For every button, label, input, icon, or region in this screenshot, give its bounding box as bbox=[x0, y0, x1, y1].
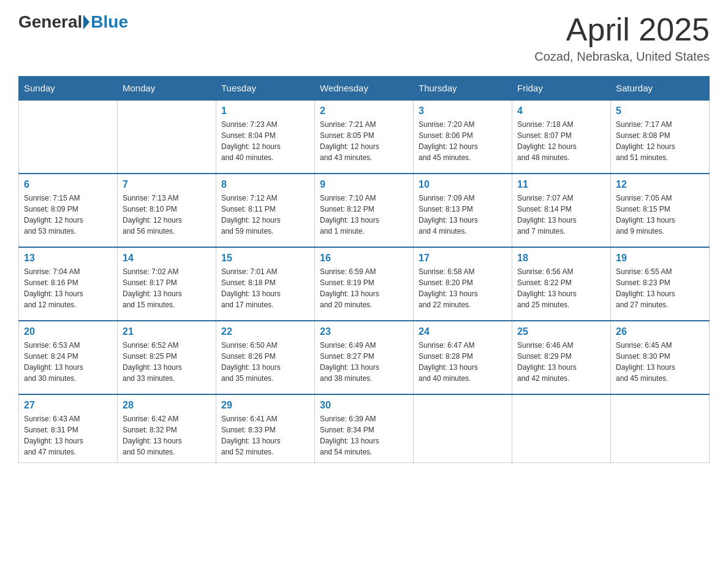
day-detail: Sunrise: 7:04 AM Sunset: 8:16 PM Dayligh… bbox=[24, 266, 112, 310]
day-detail: Sunrise: 7:21 AM Sunset: 8:05 PM Dayligh… bbox=[320, 119, 408, 163]
calendar-header: SundayMondayTuesdayWednesdayThursdayFrid… bbox=[19, 77, 710, 101]
day-number: 18 bbox=[517, 253, 605, 264]
day-detail: Sunrise: 6:55 AM Sunset: 8:23 PM Dayligh… bbox=[616, 266, 704, 310]
day-number: 6 bbox=[24, 179, 112, 190]
day-number: 12 bbox=[616, 179, 704, 190]
calendar-cell: 5Sunrise: 7:17 AM Sunset: 8:08 PM Daylig… bbox=[611, 100, 710, 174]
day-detail: Sunrise: 6:47 AM Sunset: 8:28 PM Dayligh… bbox=[419, 340, 507, 384]
calendar-cell: 11Sunrise: 7:07 AM Sunset: 8:14 PM Dayli… bbox=[512, 174, 611, 247]
calendar-cell: 19Sunrise: 6:55 AM Sunset: 8:23 PM Dayli… bbox=[611, 247, 710, 321]
day-number: 20 bbox=[24, 326, 112, 337]
calendar-body: 1Sunrise: 7:23 AM Sunset: 8:04 PM Daylig… bbox=[19, 100, 710, 463]
day-number: 10 bbox=[419, 179, 507, 190]
day-detail: Sunrise: 6:42 AM Sunset: 8:32 PM Dayligh… bbox=[123, 413, 211, 458]
calendar-cell: 10Sunrise: 7:09 AM Sunset: 8:13 PM Dayli… bbox=[414, 174, 512, 247]
calendar-cell: 13Sunrise: 7:04 AM Sunset: 8:16 PM Dayli… bbox=[19, 247, 118, 321]
column-header-friday: Friday bbox=[512, 77, 611, 101]
day-detail: Sunrise: 6:49 AM Sunset: 8:27 PM Dayligh… bbox=[320, 340, 408, 384]
calendar-cell: 30Sunrise: 6:39 AM Sunset: 8:34 PM Dayli… bbox=[315, 394, 414, 463]
day-detail: Sunrise: 7:15 AM Sunset: 8:09 PM Dayligh… bbox=[24, 193, 112, 237]
day-detail: Sunrise: 7:01 AM Sunset: 8:18 PM Dayligh… bbox=[221, 266, 309, 310]
calendar-cell: 2Sunrise: 7:21 AM Sunset: 8:05 PM Daylig… bbox=[315, 100, 414, 174]
day-number: 11 bbox=[517, 179, 605, 190]
column-header-tuesday: Tuesday bbox=[216, 77, 315, 101]
calendar-cell bbox=[19, 100, 118, 174]
day-detail: Sunrise: 6:46 AM Sunset: 8:29 PM Dayligh… bbox=[517, 340, 605, 384]
day-number: 16 bbox=[320, 253, 408, 264]
calendar-cell: 4Sunrise: 7:18 AM Sunset: 8:07 PM Daylig… bbox=[512, 100, 611, 174]
calendar-cell bbox=[118, 100, 216, 174]
day-number: 4 bbox=[517, 105, 605, 117]
calendar-cell: 6Sunrise: 7:15 AM Sunset: 8:09 PM Daylig… bbox=[19, 174, 118, 247]
calendar-cell: 7Sunrise: 7:13 AM Sunset: 8:10 PM Daylig… bbox=[118, 174, 216, 247]
calendar-cell bbox=[611, 394, 710, 463]
day-detail: Sunrise: 6:53 AM Sunset: 8:24 PM Dayligh… bbox=[24, 340, 112, 384]
day-number: 26 bbox=[616, 326, 704, 337]
day-number: 19 bbox=[616, 253, 704, 264]
calendar-cell: 15Sunrise: 7:01 AM Sunset: 8:18 PM Dayli… bbox=[216, 247, 315, 321]
day-detail: Sunrise: 7:07 AM Sunset: 8:14 PM Dayligh… bbox=[517, 193, 605, 237]
day-number: 17 bbox=[419, 253, 507, 264]
week-row-2: 6Sunrise: 7:15 AM Sunset: 8:09 PM Daylig… bbox=[19, 174, 710, 247]
week-row-5: 27Sunrise: 6:43 AM Sunset: 8:31 PM Dayli… bbox=[19, 394, 710, 463]
week-row-1: 1Sunrise: 7:23 AM Sunset: 8:04 PM Daylig… bbox=[19, 100, 710, 174]
day-number: 7 bbox=[123, 179, 211, 190]
day-number: 1 bbox=[221, 105, 309, 117]
day-number: 25 bbox=[517, 326, 605, 337]
calendar-cell: 8Sunrise: 7:12 AM Sunset: 8:11 PM Daylig… bbox=[216, 174, 315, 247]
calendar-cell: 26Sunrise: 6:45 AM Sunset: 8:30 PM Dayli… bbox=[611, 321, 710, 394]
day-detail: Sunrise: 6:56 AM Sunset: 8:22 PM Dayligh… bbox=[517, 266, 605, 310]
day-number: 9 bbox=[320, 179, 408, 190]
calendar-table: SundayMondayTuesdayWednesdayThursdayFrid… bbox=[18, 76, 710, 463]
logo-general-text: General bbox=[18, 12, 82, 32]
column-header-saturday: Saturday bbox=[611, 77, 710, 101]
day-number: 3 bbox=[419, 105, 507, 117]
day-detail: Sunrise: 7:18 AM Sunset: 8:07 PM Dayligh… bbox=[517, 119, 605, 163]
page-header: General Blue April 2025 Cozad, Nebraska,… bbox=[18, 12, 710, 64]
calendar-cell: 3Sunrise: 7:20 AM Sunset: 8:06 PM Daylig… bbox=[414, 100, 512, 174]
day-detail: Sunrise: 7:23 AM Sunset: 8:04 PM Dayligh… bbox=[221, 119, 309, 163]
day-number: 21 bbox=[123, 326, 211, 337]
day-number: 15 bbox=[221, 253, 309, 264]
day-detail: Sunrise: 7:17 AM Sunset: 8:08 PM Dayligh… bbox=[616, 119, 704, 163]
calendar-cell bbox=[512, 394, 611, 463]
title-block: April 2025 Cozad, Nebraska, United State… bbox=[534, 12, 710, 64]
day-detail: Sunrise: 6:59 AM Sunset: 8:19 PM Dayligh… bbox=[320, 266, 408, 310]
location-subtitle: Cozad, Nebraska, United States bbox=[534, 50, 710, 64]
calendar-cell: 24Sunrise: 6:47 AM Sunset: 8:28 PM Dayli… bbox=[414, 321, 512, 394]
calendar-cell bbox=[414, 394, 512, 463]
day-detail: Sunrise: 7:09 AM Sunset: 8:13 PM Dayligh… bbox=[419, 193, 507, 237]
day-number: 24 bbox=[419, 326, 507, 337]
day-detail: Sunrise: 6:50 AM Sunset: 8:26 PM Dayligh… bbox=[221, 340, 309, 384]
day-number: 5 bbox=[616, 105, 704, 117]
calendar-cell: 27Sunrise: 6:43 AM Sunset: 8:31 PM Dayli… bbox=[19, 394, 118, 463]
day-detail: Sunrise: 6:39 AM Sunset: 8:34 PM Dayligh… bbox=[320, 413, 408, 458]
week-row-3: 13Sunrise: 7:04 AM Sunset: 8:16 PM Dayli… bbox=[19, 247, 710, 321]
day-number: 29 bbox=[221, 400, 309, 411]
day-detail: Sunrise: 7:12 AM Sunset: 8:11 PM Dayligh… bbox=[221, 193, 309, 237]
calendar-cell: 16Sunrise: 6:59 AM Sunset: 8:19 PM Dayli… bbox=[315, 247, 414, 321]
calendar-cell: 25Sunrise: 6:46 AM Sunset: 8:29 PM Dayli… bbox=[512, 321, 611, 394]
week-row-4: 20Sunrise: 6:53 AM Sunset: 8:24 PM Dayli… bbox=[19, 321, 710, 394]
logo: General Blue bbox=[18, 12, 128, 32]
day-number: 22 bbox=[221, 326, 309, 337]
day-detail: Sunrise: 7:10 AM Sunset: 8:12 PM Dayligh… bbox=[320, 193, 408, 237]
day-detail: Sunrise: 7:02 AM Sunset: 8:17 PM Dayligh… bbox=[123, 266, 211, 310]
day-number: 8 bbox=[221, 179, 309, 190]
calendar-cell: 14Sunrise: 7:02 AM Sunset: 8:17 PM Dayli… bbox=[118, 247, 216, 321]
day-number: 2 bbox=[320, 105, 408, 117]
calendar-cell: 1Sunrise: 7:23 AM Sunset: 8:04 PM Daylig… bbox=[216, 100, 315, 174]
calendar-cell: 22Sunrise: 6:50 AM Sunset: 8:26 PM Dayli… bbox=[216, 321, 315, 394]
day-detail: Sunrise: 7:13 AM Sunset: 8:10 PM Dayligh… bbox=[123, 193, 211, 237]
calendar-cell: 23Sunrise: 6:49 AM Sunset: 8:27 PM Dayli… bbox=[315, 321, 414, 394]
calendar-cell: 29Sunrise: 6:41 AM Sunset: 8:33 PM Dayli… bbox=[216, 394, 315, 463]
page-title: April 2025 bbox=[534, 12, 710, 47]
day-detail: Sunrise: 6:41 AM Sunset: 8:33 PM Dayligh… bbox=[221, 413, 309, 458]
logo-blue-text: Blue bbox=[91, 12, 128, 32]
column-header-thursday: Thursday bbox=[414, 77, 512, 101]
calendar-cell: 18Sunrise: 6:56 AM Sunset: 8:22 PM Dayli… bbox=[512, 247, 611, 321]
header-row: SundayMondayTuesdayWednesdayThursdayFrid… bbox=[19, 77, 710, 101]
logo-arrow-icon bbox=[83, 15, 89, 29]
day-detail: Sunrise: 6:45 AM Sunset: 8:30 PM Dayligh… bbox=[616, 340, 704, 384]
calendar-cell: 21Sunrise: 6:52 AM Sunset: 8:25 PM Dayli… bbox=[118, 321, 216, 394]
